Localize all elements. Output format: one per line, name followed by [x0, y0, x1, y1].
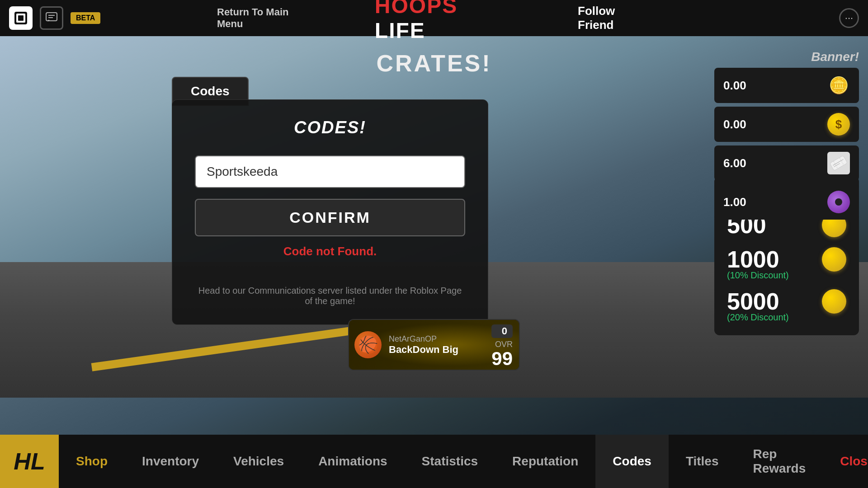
right-panel: Banner! 0.00 🪙 0.00 $ 6.00 — [714, 50, 859, 223]
nav-item-rep-rewards[interactable]: Rep Rewards — [736, 435, 823, 488]
follow-friend-button[interactable]: Follow Friend — [578, 4, 651, 32]
ticket-icon — [827, 152, 850, 174]
stat-goldbars-value: 0.00 — [723, 79, 746, 93]
stat-goldcoin-value: 0.00 — [723, 117, 746, 131]
stat-row-goldbars: 0.00 🪙 — [714, 68, 859, 103]
confirm-button[interactable]: CONFIRM — [195, 199, 465, 236]
coin-icon-1000 — [822, 247, 846, 272]
more-options-icon[interactable]: ··· — [839, 8, 859, 28]
return-menu-button[interactable]: Return To Main Menu — [217, 6, 313, 30]
topbar: BETA Return To Main Menu HOOPS LIFE Foll… — [0, 0, 868, 36]
nav-item-inventory[interactable]: Inventory — [125, 435, 216, 488]
nav-item-shop[interactable]: Shop — [59, 435, 125, 488]
player-card[interactable]: 🏀 NetArGanOP BackDown Big 0 OVR 99 — [348, 319, 520, 371]
coin-option-1000[interactable]: 1000 — [727, 246, 846, 273]
stat-ticket-value: 6.00 — [723, 156, 746, 170]
title-hoops: HOOPS — [375, 0, 458, 18]
gold-bar-icon: 🪙 — [827, 74, 850, 97]
codes-modal-title: CODES! — [195, 118, 465, 137]
player-card-player-name: NetArGanOP — [389, 334, 458, 344]
disc-icon — [827, 191, 850, 213]
title-life: LIFE — [375, 19, 425, 42]
nav-item-animations[interactable]: Animations — [301, 435, 404, 488]
coin-discount-5000: (20% Discount) — [727, 312, 846, 323]
topbar-left: BETA — [9, 6, 100, 30]
nav-item-reputation[interactable]: Reputation — [495, 435, 595, 488]
coin-amount-1000: 1000 — [727, 246, 779, 273]
stat-disc-value: 1.00 — [723, 195, 746, 209]
code-input[interactable] — [195, 155, 465, 188]
coin-discount-1000: (10% Discount) — [727, 270, 846, 281]
nav-item-vehicles[interactable]: Vehicles — [216, 435, 301, 488]
codes-modal: CODES! CONFIRM Code not Found. Head to o… — [172, 99, 488, 325]
game-title: HOOPS LIFE — [375, 0, 516, 43]
svg-rect-7 — [830, 155, 847, 171]
nav-item-close[interactable]: Close — [823, 435, 868, 488]
stat-row-ticket: 6.00 — [714, 145, 859, 181]
ovr-value: 99 — [491, 349, 513, 368]
nav-item-statistics[interactable]: Statistics — [405, 435, 495, 488]
hl-logo: HL — [0, 435, 59, 488]
bottombar: HL Shop Inventory Vehicles Animations St… — [0, 435, 868, 488]
topbar-right: ··· — [839, 8, 859, 28]
main-content: CRATES! Codes CODES! CONFIRM Code not Fo… — [0, 36, 868, 434]
basketball-icon: 🏀 — [354, 331, 382, 358]
player-card-build-name: BackDown Big — [389, 344, 458, 356]
svg-rect-3 — [46, 13, 57, 21]
chat-icon[interactable] — [40, 6, 63, 30]
nav-item-codes[interactable]: Codes — [595, 435, 669, 488]
beta-badge: BETA — [71, 12, 100, 24]
coin-amount-5000: 5000 — [727, 288, 779, 315]
banner-label: Banner! — [714, 50, 859, 64]
player-score-badge: 0 — [491, 324, 513, 338]
coin-icon-5000 — [822, 289, 846, 314]
coin-option-5000[interactable]: 5000 — [727, 288, 846, 315]
svg-rect-2 — [18, 15, 24, 21]
nav-item-titles[interactable]: Titles — [669, 435, 736, 488]
roblox-icon — [9, 6, 33, 30]
codes-footer-text: Head to our Communications server listed… — [195, 286, 465, 306]
error-message: Code not Found. — [195, 244, 465, 258]
gold-coin-icon: $ — [827, 113, 850, 136]
stat-row-goldcoin: 0.00 $ — [714, 107, 859, 142]
stat-row-disc: 1.00 — [714, 184, 859, 220]
topbar-center: Return To Main Menu HOOPS LIFE Follow Fr… — [217, 0, 651, 43]
nav-items: Shop Inventory Vehicles Animations Stati… — [59, 435, 868, 488]
